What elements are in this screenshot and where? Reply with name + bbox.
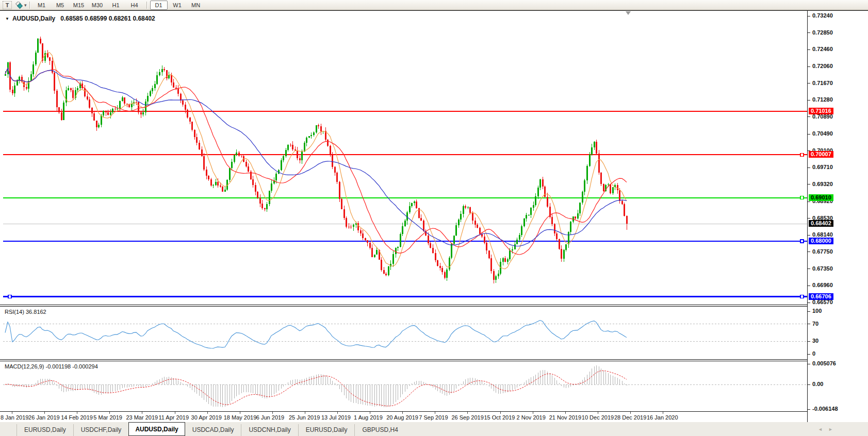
date-tick-mark xyxy=(207,412,208,414)
date-tick-mark xyxy=(565,412,566,414)
axis-tick-mark xyxy=(808,364,810,364)
date-tick-mark xyxy=(630,412,631,414)
date-tick-label: 25 Jun 2019 xyxy=(289,414,320,421)
date-tick-mark xyxy=(109,412,110,414)
date-tick-mark xyxy=(142,412,142,414)
date-tick-mark xyxy=(598,412,598,414)
timeframe-button-h1[interactable]: H1 xyxy=(107,1,125,10)
chart-menu-icon[interactable]: ▼ xyxy=(5,16,9,21)
level-price-badge: 0.70007 xyxy=(809,151,833,158)
chart-tab-audusd-daily[interactable]: AUDUSD,Daily xyxy=(128,422,185,436)
date-tick-label: 21 Nov 2019 xyxy=(549,414,581,421)
date-tick-label: 18 May 2019 xyxy=(224,414,257,421)
axis-tick-mark xyxy=(808,269,810,269)
toolbar-separator xyxy=(29,2,30,9)
date-tick-label: 7 Sep 2019 xyxy=(419,414,448,421)
price-tick-label: 0.67750 xyxy=(812,248,833,255)
price-tick-label: 0.72460 xyxy=(812,46,833,52)
date-tick-label: 13 Jul 2019 xyxy=(321,414,351,421)
axis-tick-mark xyxy=(808,251,810,252)
macd-tick-label: -0.006148 xyxy=(812,406,838,412)
price-tick-label: 0.72850 xyxy=(812,29,833,36)
timeframe-button-d1[interactable]: D1 xyxy=(150,1,168,10)
timeframe-button-mn[interactable]: MN xyxy=(187,1,205,10)
date-tick-mark xyxy=(305,412,305,414)
axis-tick-mark xyxy=(808,384,810,385)
timeframe-button-m1[interactable]: M1 xyxy=(33,1,51,10)
timeframe-button-w1[interactable]: W1 xyxy=(169,1,186,10)
level-price-badge: 0.71016 xyxy=(809,108,833,114)
chart-tab-usdcnh-daily[interactable]: USDCNH,Daily xyxy=(241,424,298,436)
date-tick-label: 30 Apr 2019 xyxy=(191,414,222,421)
timeframe-button-h4[interactable]: H4 xyxy=(126,1,143,10)
date-tick-mark xyxy=(12,412,12,414)
tab-scroll-left-icon[interactable]: ◄ xyxy=(818,427,823,432)
date-axis[interactable]: 8 Jan 201926 Jan 201914 Feb 20195 Mar 20… xyxy=(0,411,868,422)
axis-tick-mark xyxy=(808,303,810,303)
rsi-tick-label: 70 xyxy=(812,321,818,327)
price-tick-label: 0.67350 xyxy=(812,265,833,272)
mt4-workspace: { "toolbar": { "text_tool_label": "T", "… xyxy=(0,0,868,436)
tab-scroll-right-icon[interactable]: ► xyxy=(828,427,833,432)
axis-tick-mark xyxy=(808,218,810,219)
chart-tab-usdchf-daily[interactable]: USDCHF,Daily xyxy=(73,424,129,436)
price-tick-label: 0.66570 xyxy=(812,299,833,305)
current-price-badge: 0.68402 xyxy=(809,220,833,227)
date-tick-mark xyxy=(44,412,45,414)
pane-separator[interactable] xyxy=(0,359,868,361)
date-tick-label: 8 Jan 2019 xyxy=(1,414,28,421)
date-tick-mark xyxy=(240,412,240,414)
rsi-indicator-pane[interactable] xyxy=(3,307,807,359)
date-tick-mark xyxy=(402,412,403,414)
price-tick-label: 0.71670 xyxy=(812,80,833,86)
axis-tick-mark xyxy=(808,100,810,100)
axis-tick-mark xyxy=(808,134,810,135)
date-tick-mark xyxy=(533,412,533,414)
axis-tick-mark xyxy=(808,167,810,168)
date-tick-label: 16 Jan 2020 xyxy=(647,414,678,421)
rsi-tick-label: 0 xyxy=(812,350,815,357)
axis-tick-mark xyxy=(808,49,810,50)
macd-indicator-pane[interactable] xyxy=(3,361,807,411)
price-tick-label: 0.68140 xyxy=(812,231,833,238)
pane-separator[interactable] xyxy=(0,305,868,307)
timeframe-button-m15[interactable]: M15 xyxy=(70,1,88,10)
text-tool-button[interactable]: T xyxy=(3,1,12,9)
date-tick-mark xyxy=(370,412,370,414)
chart-tab-usdcad-daily[interactable]: USDCAD,Daily xyxy=(185,424,241,436)
main-price-pane[interactable] xyxy=(3,12,807,305)
chart-tab-eurusd-daily[interactable]: EURUSD,Daily xyxy=(298,424,355,436)
date-tick-mark xyxy=(337,412,338,414)
axis-tick-mark xyxy=(808,286,810,286)
chart-tab-gbpusd-h4[interactable]: GBPUSD,H4 xyxy=(354,424,405,436)
timeframe-button-m5[interactable]: M5 xyxy=(52,1,69,10)
chart-shift-marker[interactable] xyxy=(626,11,631,15)
date-tick-label: 2 Nov 2019 xyxy=(517,414,546,421)
price-tick-label: 0.70490 xyxy=(812,130,833,137)
axis-tick-mark xyxy=(808,235,810,236)
rsi-label: RSI(14) 36.8162 xyxy=(5,309,46,315)
chart-tab-eurusd-daily[interactable]: EURUSD,Daily xyxy=(17,424,73,436)
drawing-style-button[interactable]: ▾ xyxy=(15,2,27,9)
axis-tick-mark xyxy=(808,202,810,202)
macd-tick-label: 0.005076 xyxy=(812,360,836,366)
chart-tab-bar: ◄ ► EURUSD,DailyUSDCHF,DailyAUDUSD,Daily… xyxy=(0,422,868,436)
axis-tick-mark xyxy=(808,341,810,342)
date-tick-label: 14 Feb 2019 xyxy=(61,414,93,421)
timeframe-button-group: M1M5M15M30H1H4D1W1MN xyxy=(32,1,205,10)
date-tick-mark xyxy=(272,412,273,414)
price-axis[interactable]: 0.732400.728500.724600.720600.716700.712… xyxy=(807,11,868,422)
ohlc-quote: 0.68585 0.68599 0.68261 0.68402 xyxy=(60,15,155,22)
axis-tick-mark xyxy=(808,324,810,324)
price-tick-label: 0.69320 xyxy=(812,181,833,187)
timeframe-button-m30[interactable]: M30 xyxy=(89,1,106,10)
macd-label: MACD(12,26,9) -0.001198 -0.000294 xyxy=(5,363,98,370)
price-tick-label: 0.71280 xyxy=(812,96,833,103)
axis-tick-mark xyxy=(808,66,810,67)
axis-tick-mark xyxy=(808,184,810,185)
date-tick-mark xyxy=(663,412,663,414)
level-price-badge: 0.66706 xyxy=(809,293,833,300)
axis-tick-mark xyxy=(808,83,810,83)
date-tick-mark xyxy=(435,412,435,414)
rsi-tick-label: 30 xyxy=(812,338,818,344)
